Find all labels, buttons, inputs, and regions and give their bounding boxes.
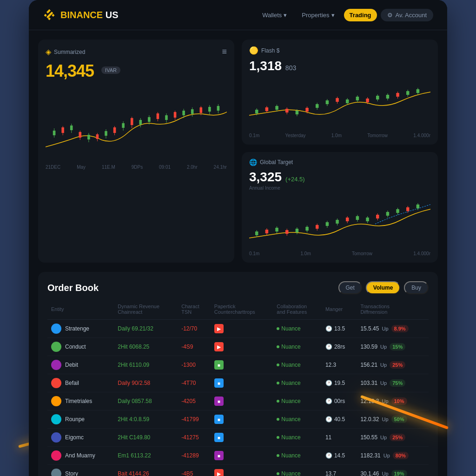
nav-properties[interactable]: Properties ▾ <box>296 9 340 21</box>
top-right-card-header: 🟡 Flash $ <box>249 46 430 55</box>
nav-trading[interactable]: Trading <box>344 9 377 21</box>
svg-rect-87 <box>316 225 319 229</box>
col-transactions: TransactionsDiffmension <box>357 302 429 320</box>
binance-logo-icon <box>43 8 56 21</box>
col-entity: Entity <box>47 302 114 320</box>
svg-rect-51 <box>305 108 309 112</box>
change-cell: -4T70 <box>178 374 211 392</box>
change-cell: -12/70 <box>178 320 211 338</box>
price-cell: Daily 69.21/32 <box>114 320 178 338</box>
svg-rect-91 <box>336 220 339 224</box>
table-header-row: Entity Dynamic RevenueChainreact Charact… <box>47 302 429 320</box>
change-cell: -41799 <box>178 410 211 429</box>
type-cell: ▶ <box>211 465 273 476</box>
svg-rect-57 <box>336 98 339 102</box>
svg-rect-73 <box>416 89 420 93</box>
svg-rect-21 <box>139 120 142 125</box>
filter-get[interactable]: Get <box>338 281 362 294</box>
svg-rect-7 <box>79 132 82 138</box>
main-chart-card: ◈ Summarized ≡ 14,345 IVAR <box>38 40 234 263</box>
order-book-filters: Get Volume Buy <box>338 281 429 294</box>
svg-rect-35 <box>200 107 203 113</box>
price-cell: 2Hit 4:0.8.59 <box>114 410 178 429</box>
time-cell: 11 <box>322 429 357 447</box>
filter-volume[interactable]: Volume <box>366 281 400 294</box>
entity-cell: Conduct <box>47 338 114 356</box>
bottom-right-price: 3,325 <box>249 170 282 185</box>
entity-cell: Eigomc <box>47 429 114 447</box>
volume-pct-cell: 156.21 Up 25% <box>357 356 429 374</box>
svg-rect-19 <box>131 118 133 125</box>
price-cell: 2Hit C149.80 <box>114 429 178 447</box>
svg-rect-41 <box>255 110 258 113</box>
svg-rect-95 <box>356 216 359 220</box>
svg-rect-11 <box>96 134 99 139</box>
volume-pct-cell: 12.13.3 Up 10% <box>357 392 429 410</box>
main-chart-menu[interactable]: ≡ <box>222 47 227 57</box>
table-row: Timetriales Daily 0857.58 -4205 ■ Nuance… <box>47 392 429 410</box>
change-cell: -1300 <box>178 356 211 374</box>
bottom-right-chart-labels: 0.1m 1.0m Tomorrow 1.4.000r <box>249 251 430 256</box>
svg-rect-103 <box>396 209 399 213</box>
svg-rect-27 <box>165 115 168 120</box>
svg-rect-45 <box>275 106 278 110</box>
volume-pct-cell: 30.1.46 Up 19% <box>357 465 429 476</box>
table-row: Story Bait 4144.26 -4B5 ▶ Nuance 13.7 <box>47 465 429 476</box>
bottom-right-change: (+24.5) <box>285 176 305 183</box>
svg-rect-13 <box>105 131 107 136</box>
table-row: Befail Daily 90/2.58 -4T70 ■ Nuance 🕐 19… <box>47 374 429 392</box>
svg-rect-31 <box>182 111 185 115</box>
nav-account[interactable]: ⚙ Av. Account <box>381 9 433 21</box>
time-cell: 12.3 <box>322 356 357 374</box>
price-cell: Bait 4144.26 <box>114 465 178 476</box>
bottom-right-subtitle: Annual Income <box>249 185 430 191</box>
top-right-price-row: 1,318 803 <box>249 57 430 74</box>
entity-cell: And Muarny <box>47 447 114 465</box>
svg-rect-17 <box>122 123 125 128</box>
svg-rect-25 <box>157 113 159 119</box>
top-right-chart-card: 🟡 Flash $ 1,318 803 <box>242 40 438 145</box>
app-container: BINANCE US Wallets ▾ Properties ▾ Tradin… <box>29 0 447 476</box>
table-row: Debit 2Hit 6110.09 -1300 ■ Nuance 12.3 <box>47 356 429 374</box>
status-cell: Nuance <box>273 429 322 447</box>
svg-rect-9 <box>87 135 90 139</box>
change-cell: -4S9 <box>178 338 211 356</box>
type-cell: ▶ <box>211 338 273 356</box>
entity-cell: Rounpe <box>47 410 114 429</box>
volume-pct-cell: 130.59 Up 15% <box>357 338 429 356</box>
price-cell: Em1 6113.22 <box>114 447 178 465</box>
bottom-right-chart-card: 🌐 Global Target 3,325 (+24.5) Annual Inc… <box>242 152 438 263</box>
svg-rect-65 <box>376 96 379 99</box>
bottom-right-title: 🌐 Global Target <box>249 159 293 166</box>
svg-rect-99 <box>376 215 379 218</box>
charts-row: ◈ Summarized ≡ 14,345 IVAR <box>29 30 447 272</box>
table-row: Rounpe 2Hit 4:0.8.59 -41799 ■ Nuance 🕐 4… <box>47 410 429 429</box>
svg-rect-69 <box>396 93 399 97</box>
svg-rect-33 <box>191 109 194 114</box>
filter-buy[interactable]: Buy <box>404 281 429 294</box>
nav-wallets[interactable]: Wallets ▾ <box>257 9 292 21</box>
svg-rect-85 <box>305 227 309 231</box>
bottom-right-card-header: 🌐 Global Target <box>249 159 430 166</box>
svg-rect-37 <box>208 107 211 112</box>
type-cell: ■ <box>211 429 273 447</box>
table-row: Conduct 2Hit 6068.25 -4S9 ▶ Nuance 🕐 28r… <box>47 338 429 356</box>
volume-pct-cell: 103.31 Up 75% <box>357 374 429 392</box>
svg-rect-1 <box>53 131 56 135</box>
price-cell: 2Hit 6068.25 <box>114 338 178 356</box>
logo: BINANCE US <box>43 8 118 21</box>
svg-rect-71 <box>406 91 410 95</box>
logo-text: BINANCE US <box>60 10 118 20</box>
svg-rect-79 <box>275 228 278 231</box>
order-book-title: Order Book <box>47 283 99 293</box>
svg-rect-53 <box>316 104 319 108</box>
main-chart-svg <box>46 86 227 161</box>
svg-rect-67 <box>386 95 390 99</box>
status-cell: Nuance <box>273 374 322 392</box>
svg-rect-47 <box>285 109 289 112</box>
time-cell: 🕐 28rs <box>322 338 357 356</box>
change-cell: -4B5 <box>178 465 211 476</box>
table-row: Eigomc 2Hit C149.80 -41275 ■ Nuance 11 <box>47 429 429 447</box>
price-cell: 2Hit 6110.09 <box>114 356 178 374</box>
svg-rect-101 <box>386 212 390 216</box>
